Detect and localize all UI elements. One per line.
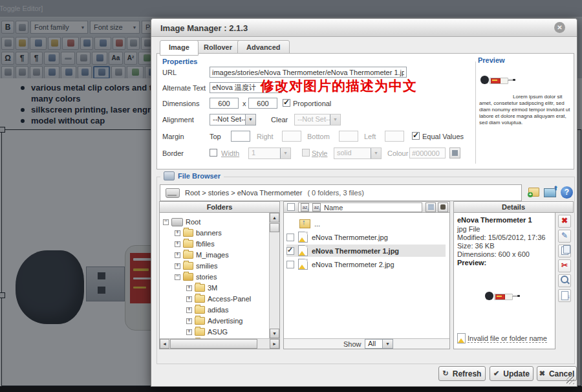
search-view-icon[interactable] [438, 202, 448, 212]
scroll-thumb[interactable] [270, 223, 279, 232]
scroll-thumb[interactable] [170, 339, 257, 349]
file-row-up[interactable]: ... [299, 217, 442, 230]
expand-icon[interactable] [175, 230, 180, 236]
close-icon[interactable]: ✕ [554, 22, 565, 33]
breadcrumb: Root > stories > eNova Thermometer ( 0 f… [160, 184, 522, 201]
expand-icon[interactable] [186, 329, 192, 335]
tree-item[interactable]: 3M [186, 283, 217, 293]
expand-icon[interactable] [186, 318, 192, 324]
thumbnail-view-icon[interactable] [426, 202, 436, 212]
tab-image[interactable]: Image [160, 40, 199, 56]
copy-icon[interactable] [558, 245, 571, 257]
tree-item[interactable]: ASUG [186, 327, 228, 337]
details-dimensions: Dimensions: 600 x 600 [457, 250, 530, 258]
expand-icon[interactable] [186, 296, 192, 302]
folder-icon [195, 306, 205, 314]
folder-icon [183, 240, 193, 248]
warning-file-icon [457, 333, 466, 343]
border-colour-input[interactable] [409, 147, 446, 158]
folders-vscrollbar[interactable]: ▲ ▼ [269, 213, 279, 338]
tree-item[interactable]: fbfiles [175, 239, 215, 249]
border-checkbox[interactable] [210, 149, 217, 157]
margin-right-input[interactable] [282, 131, 301, 142]
bottom-black-bar [0, 386, 582, 392]
url-label: URL [162, 69, 177, 76]
tree-item-root[interactable]: Root [163, 217, 200, 227]
file-row[interactable]: eNova Thermometer.jpg [286, 231, 446, 243]
clear-select[interactable]: --Not Set-- ▼ [294, 114, 341, 125]
expand-icon[interactable] [175, 241, 180, 247]
refresh-button[interactable]: ↻ Refresh [438, 366, 486, 381]
open-folder-icon [183, 273, 193, 281]
tree-item[interactable]: Access-Panel [186, 294, 251, 304]
expand-icon[interactable] [175, 263, 180, 269]
show-select[interactable]: All ▼ [365, 339, 393, 349]
breadcrumb-path[interactable]: Root > stories > eNova Thermometer [185, 189, 302, 197]
width-input[interactable] [210, 98, 239, 109]
file-row[interactable]: eNova Thermometer 2.jpg [286, 258, 446, 270]
expand-icon[interactable] [186, 285, 192, 291]
help-icon[interactable]: ? [561, 186, 573, 199]
tree-item[interactable]: smilies [175, 261, 218, 271]
border-width-select[interactable]: 1 ▼ [248, 147, 291, 159]
details-preview-label: Preview: [457, 259, 486, 267]
margin-left-input[interactable] [385, 131, 404, 142]
cross-icon: ✖ [539, 369, 545, 378]
expand-icon[interactable] [175, 252, 180, 258]
delete-icon[interactable]: ✖ [558, 215, 571, 228]
margin-top-input[interactable] [231, 131, 250, 142]
file-browser-legend: File Browser [160, 171, 224, 180]
tree-item[interactable]: Advertising [186, 316, 242, 326]
file-checkbox[interactable] [286, 261, 294, 268]
tree-item[interactable]: stories [175, 272, 217, 282]
url-input[interactable] [210, 67, 407, 78]
dimensions-label: Dimensions [162, 100, 199, 107]
scroll-down-icon[interactable]: ▼ [270, 329, 279, 338]
tree-item[interactable]: adidas [186, 305, 228, 315]
zoom-icon[interactable] [558, 274, 571, 287]
resize-grip-icon[interactable] [566, 376, 574, 384]
collapse-icon[interactable] [163, 219, 169, 225]
sort-asc-icon[interactable]: az [301, 203, 309, 212]
margin-bottom-input[interactable] [339, 131, 358, 142]
rename-icon[interactable]: ✎ [558, 230, 571, 243]
new-folder-icon[interactable]: + [526, 186, 541, 199]
update-button[interactable]: ✔ Update [490, 366, 534, 381]
border-style-select[interactable]: solid ▼ [334, 147, 382, 159]
alignment-select[interactable]: --Not Set-- ▼ [210, 114, 256, 125]
upload-icon[interactable]: ⬆ [543, 186, 557, 199]
height-input[interactable] [248, 98, 277, 109]
tree-item[interactable]: M_images [175, 250, 229, 260]
image-file-icon [298, 232, 308, 243]
colour-picker-button[interactable] [449, 147, 460, 158]
drive-icon [166, 188, 180, 198]
scroll-up-icon[interactable]: ▲ [270, 213, 279, 223]
file-checkbox[interactable] [286, 234, 294, 241]
border-label: Border [162, 149, 184, 157]
insert-icon[interactable] [558, 289, 571, 302]
scroll-left-icon[interactable]: ◄ [160, 339, 169, 349]
collapse-icon[interactable] [175, 274, 180, 280]
tree-item[interactable]: banners [175, 228, 222, 238]
folder-icon [183, 229, 193, 237]
expand-icon[interactable] [186, 307, 192, 313]
equal-values-checkbox[interactable] [412, 132, 420, 140]
select-all-checkbox[interactable] [287, 203, 295, 211]
name-column-header[interactable]: az az Name [298, 202, 422, 212]
folder-icon [195, 328, 205, 336]
tab-advanced[interactable]: Advanced [237, 40, 290, 54]
folder-tree: Root banners fbfiles M_images smilies st… [159, 212, 280, 349]
tab-rollover[interactable]: Rollover [195, 40, 241, 54]
equal-values-label: Equal Values [422, 133, 464, 140]
proportional-checkbox[interactable] [283, 99, 290, 107]
folders-hscrollbar[interactable]: ◄ ► [160, 338, 279, 349]
details-title: eNova Thermometer 1 [457, 216, 532, 224]
folder-icon [183, 251, 193, 259]
file-row-selected[interactable]: eNova Thermometer 1.jpg [286, 245, 446, 257]
preview-legend: Preview [478, 56, 505, 64]
scroll-right-icon[interactable]: ► [270, 339, 279, 349]
file-checkbox[interactable] [286, 247, 294, 255]
sort-desc-icon[interactable]: az [312, 203, 321, 212]
dialog-title-bar[interactable]: Image Manager : 2.1.3 ✕ [151, 19, 577, 37]
cut-icon[interactable]: ✂ [558, 259, 571, 272]
